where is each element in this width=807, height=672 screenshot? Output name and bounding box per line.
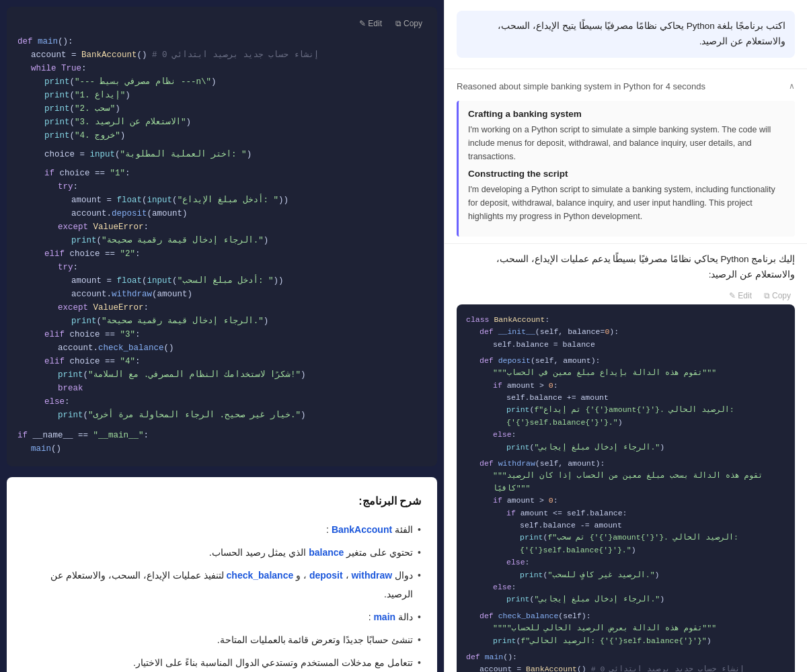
answer-intro: إليك برنامج Python يحاكي نظامًا مصرفيًا …: [457, 252, 795, 283]
code-block-header: ✎ Edit ⧉ Copy: [17, 17, 426, 30]
explanation-item-1: الفئة BankAccount :: [23, 520, 421, 539]
answer-copy-button[interactable]: ⧉ Copy: [760, 290, 795, 302]
edit-button[interactable]: ✎ Edit: [355, 17, 386, 30]
copy-button[interactable]: ⧉ Copy: [391, 17, 426, 30]
answer-edit-button[interactable]: ✎ Edit: [725, 290, 756, 302]
answer-edit-icon: ✎: [729, 291, 736, 300]
answer-intro-text: إليك برنامج Python يحاكي نظامًا مصرفيًا …: [496, 254, 795, 280]
reasoning-header[interactable]: Reasoned about simple banking system in …: [457, 76, 795, 97]
explanation-item-6: تتعامل مع مدخلات المستخدم وتستدعي الدوال…: [23, 653, 421, 672]
code-content: def main(): account = BankAccount() # إن…: [17, 35, 426, 456]
question-section: اكتب برنامجًا بلغة Python يحاكي نظامًا م…: [445, 0, 807, 69]
explanation-item-4: دالة main :: [23, 607, 421, 626]
explanation-item-2: تحتوي على متغير balance الذي يمثل رصيد ا…: [23, 543, 421, 562]
reasoning-section: Reasoned about simple banking system in …: [445, 69, 807, 244]
explanation-list: الفئة BankAccount : تحتوي على متغير bala…: [23, 520, 421, 672]
explanation-section: شرح البرنامج: الفئة BankAccount : تحتوي …: [7, 477, 437, 672]
reasoning-content: Crafting a banking system I'm working on…: [457, 101, 795, 237]
reasoning-title-1: Crafting a banking system: [468, 109, 785, 119]
main-code-block: ✎ Edit ⧉ Copy def main(): account = Bank…: [7, 7, 437, 466]
edit-icon: ✎: [359, 19, 366, 28]
answer-copy-icon: ⧉: [764, 291, 770, 300]
copy-icon: ⧉: [395, 19, 401, 28]
left-panel: ✎ Edit ⧉ Copy def main(): account = Bank…: [0, 0, 444, 672]
question-bubble: اكتب برنامجًا بلغة Python يحاكي نظامًا م…: [457, 11, 795, 58]
answer-code-block: class BankAccount: def __init__(self, ba…: [457, 304, 795, 672]
answer-code-header: ✎ Edit ⧉ Copy: [457, 290, 795, 302]
reasoning-text-2: I'm developing a Python script to simula…: [468, 183, 785, 223]
reasoning-label: Reasoned about simple banking system in …: [457, 81, 705, 91]
explanation-item-5: تنشئ حسابًا جديدًا وتعرض قائمة بالعمليات…: [23, 630, 421, 649]
question-text: اكتب برنامجًا بلغة Python يحاكي نظامًا م…: [498, 21, 785, 46]
reasoning-title-2: Constructing the script: [468, 169, 785, 179]
explanation-item-3: دوال deposit ، withdraw ، و check_balanc…: [23, 566, 421, 603]
right-panel: اكتب برنامجًا بلغة Python يحاكي نظامًا م…: [444, 0, 807, 672]
explanation-title: شرح البرنامج:: [23, 491, 421, 512]
chevron-up-icon: ∧: [789, 81, 795, 91]
answer-section: إليك برنامج Python يحاكي نظامًا مصرفيًا …: [445, 244, 807, 672]
reasoning-text-1: I'm working on a Python script to simula…: [468, 123, 785, 163]
